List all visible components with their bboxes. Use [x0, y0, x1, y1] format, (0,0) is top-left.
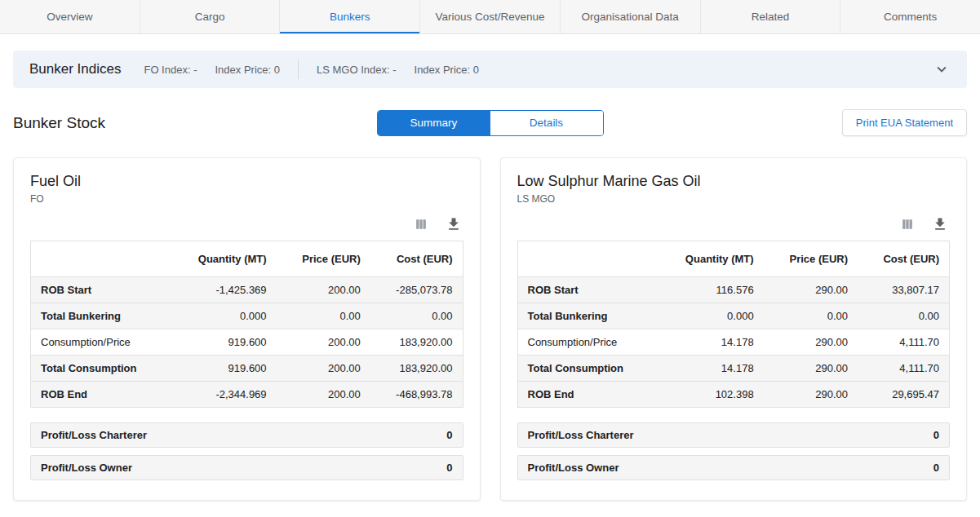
- table-row-rob-end: ROB End -2,344.969 200.00 -468,993.78: [31, 382, 463, 408]
- pl-value: 0: [446, 462, 452, 474]
- fo-index-price: Index Price: 0: [215, 64, 280, 76]
- pl-value: 0: [446, 429, 452, 441]
- column-header-quantity: Quantity (MT): [657, 241, 763, 277]
- ls-mgo-card: Low Sulphur Marine Gas Oil LS MGO Quanti…: [500, 157, 968, 501]
- tab-related[interactable]: Related: [700, 0, 840, 33]
- row-cost: 183,920.00: [370, 356, 463, 382]
- row-qty: 102.398: [657, 382, 763, 408]
- tab-various-cost-revenue[interactable]: Various Cost/Revenue: [419, 0, 560, 33]
- mgo-index-price: Index Price: 0: [415, 64, 480, 76]
- row-label: Consumption/Price: [31, 329, 171, 356]
- row-qty: 14.178: [657, 356, 763, 382]
- row-price: 200.00: [277, 382, 370, 408]
- row-label: ROB End: [517, 382, 657, 408]
- tab-organisational-data[interactable]: Organisational Data: [560, 0, 700, 33]
- row-price: 200.00: [277, 356, 370, 382]
- pl-value: 0: [933, 429, 939, 441]
- mgo-index-value: LS MGO Index: -: [317, 64, 397, 76]
- row-price: 200.00: [277, 277, 370, 303]
- row-label: ROB Start: [517, 277, 657, 303]
- row-label: ROB End: [31, 382, 171, 408]
- fuel-oil-table: Quantity (MT) Price (EUR) Cost (EUR) ROB…: [30, 241, 463, 408]
- table-row-rob-end: ROB End 102.398 290.00 29,695.47: [517, 382, 950, 408]
- profit-loss-owner: Profit/Loss Owner 0: [30, 455, 463, 480]
- card-title: Fuel Oil: [30, 173, 463, 190]
- row-qty: 919.600: [171, 356, 277, 382]
- profit-loss-charterer: Profit/Loss Charterer 0: [517, 422, 951, 448]
- row-price: 0.00: [764, 303, 858, 329]
- download-icon[interactable]: [932, 216, 948, 232]
- chevron-down-icon[interactable]: [933, 60, 951, 78]
- row-label: Total Bunkering: [517, 303, 657, 329]
- pl-label: Profit/Loss Owner: [528, 462, 619, 474]
- row-price: 290.00: [764, 356, 858, 382]
- row-qty: 919.600: [171, 329, 277, 356]
- row-price: 290.00: [764, 329, 858, 356]
- bunker-stock-header-row: Bunker Stock Summary Details Print EUA S…: [13, 109, 967, 136]
- row-cost: 4,111.70: [858, 356, 950, 382]
- column-header-cost: Cost (EUR): [370, 241, 463, 277]
- table-row-total-bunkering: Total Bunkering 0.000 0.00 0.00: [31, 303, 463, 329]
- row-cost: 0.00: [858, 303, 950, 329]
- fuel-oil-card: Fuel Oil FO Quantity (MT) Price (EUR) Co…: [13, 157, 481, 501]
- summary-details-toggle: Summary Details: [377, 110, 604, 136]
- top-tab-bar: Overview Cargo Bunkers Various Cost/Reve…: [0, 0, 980, 34]
- column-header-price: Price (EUR): [277, 241, 370, 277]
- row-cost: -285,073.78: [370, 277, 463, 303]
- row-qty: 0.000: [171, 303, 277, 329]
- card-title: Low Sulphur Marine Gas Oil: [517, 173, 951, 190]
- table-row-rob-start: ROB Start -1,425.369 200.00 -285,073.78: [31, 277, 463, 303]
- row-cost: 4,111.70: [858, 329, 950, 356]
- column-header-quantity: Quantity (MT): [171, 241, 277, 277]
- pl-label: Profit/Loss Charterer: [41, 429, 147, 441]
- ls-mgo-table: Quantity (MT) Price (EUR) Cost (EUR) ROB…: [517, 241, 951, 408]
- pl-value: 0: [933, 462, 939, 474]
- table-row-rob-start: ROB Start 116.576 290.00 33,807.17: [517, 277, 950, 303]
- row-price: 200.00: [277, 329, 370, 356]
- column-header-price: Price (EUR): [764, 241, 858, 277]
- pl-label: Profit/Loss Charterer: [528, 429, 634, 441]
- row-cost: 29,695.47: [858, 382, 950, 408]
- row-cost: 0.00: [370, 303, 463, 329]
- fo-index-value: FO Index: -: [144, 64, 197, 76]
- row-qty: 116.576: [657, 277, 763, 303]
- tab-comments[interactable]: Comments: [840, 0, 980, 33]
- tab-overview[interactable]: Overview: [0, 0, 140, 33]
- download-icon[interactable]: [446, 216, 462, 232]
- print-eua-statement-button[interactable]: Print EUA Statement: [842, 109, 967, 136]
- row-cost: 183,920.00: [370, 329, 463, 356]
- row-qty: 0.000: [657, 303, 763, 329]
- view-columns-icon[interactable]: [413, 216, 429, 232]
- empty-header-cell: [517, 241, 657, 277]
- row-price: 290.00: [764, 382, 858, 408]
- row-qty: 14.178: [657, 329, 763, 356]
- row-label: ROB Start: [31, 277, 171, 303]
- row-qty: -2,344.969: [171, 382, 277, 408]
- bunker-stock-title: Bunker Stock: [13, 114, 377, 132]
- table-row-total-consumption: Total Consumption 14.178 290.00 4,111.70: [517, 356, 950, 382]
- profit-loss-owner: Profit/Loss Owner 0: [517, 455, 951, 480]
- summary-toggle-button[interactable]: Summary: [378, 111, 490, 135]
- table-row-consumption-price: Consumption/Price 14.178 290.00 4,111.70: [517, 329, 950, 356]
- table-row-total-bunkering: Total Bunkering 0.000 0.00 0.00: [517, 303, 950, 329]
- profit-loss-charterer: Profit/Loss Charterer 0: [30, 422, 463, 448]
- empty-header-cell: [31, 241, 171, 277]
- tab-bunkers[interactable]: Bunkers: [279, 0, 419, 33]
- bunker-cards: Fuel Oil FO Quantity (MT) Price (EUR) Co…: [13, 157, 967, 501]
- pl-label: Profit/Loss Owner: [41, 462, 132, 474]
- indices-divider: [298, 60, 299, 79]
- table-row-total-consumption: Total Consumption 919.600 200.00 183,920…: [31, 356, 463, 382]
- row-label: Consumption/Price: [517, 329, 657, 356]
- row-cost: 33,807.17: [858, 277, 950, 303]
- row-label: Total Consumption: [31, 356, 171, 382]
- details-toggle-button[interactable]: Details: [490, 111, 603, 135]
- row-cost: -468,993.78: [370, 382, 463, 408]
- tab-cargo[interactable]: Cargo: [140, 0, 280, 33]
- table-row-consumption-price: Consumption/Price 919.600 200.00 183,920…: [31, 329, 463, 356]
- card-subtitle: FO: [30, 193, 463, 205]
- view-columns-icon[interactable]: [899, 216, 916, 232]
- row-qty: -1,425.369: [171, 277, 277, 303]
- row-price: 290.00: [764, 277, 858, 303]
- bunker-indices-bar: Bunker Indices FO Index: - Index Price: …: [13, 51, 967, 88]
- card-subtitle: LS MGO: [517, 193, 951, 205]
